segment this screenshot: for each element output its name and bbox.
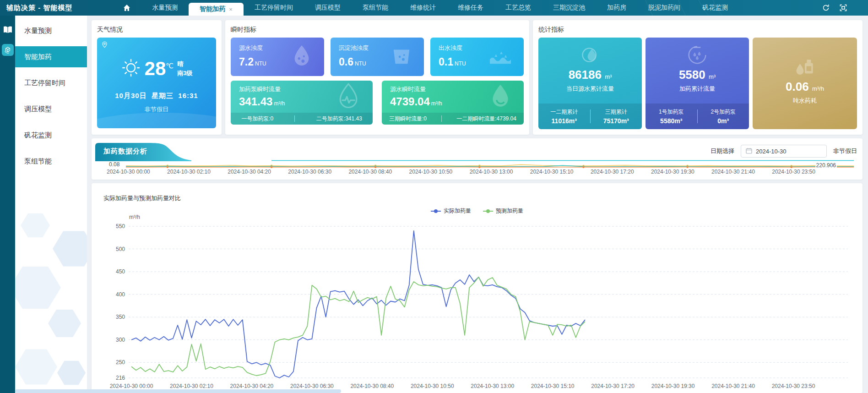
weather-section-title: 天气情况 — [92, 20, 222, 38]
tab-smart-dosing[interactable]: 智能加药 × — [189, 3, 244, 16]
date-value: 2024-10-30 — [756, 148, 787, 155]
fullscreen-icon[interactable] — [840, 4, 847, 11]
outlet-turbidity-card: 出水浊度 0.1NTU — [430, 38, 524, 76]
legend-marker-green — [483, 211, 493, 212]
holiday-status: 非节假日 — [97, 105, 216, 114]
sun-icon — [121, 58, 141, 80]
tab-floc-monitoring[interactable]: 矾花监测 — [691, 0, 739, 16]
hexagon-decoration — [15, 265, 61, 310]
svg-text:450: 450 — [116, 268, 125, 275]
tab-phase3-sedimentation[interactable]: 三期沉淀池 — [542, 0, 596, 16]
stats-section-title: 统计指标 — [533, 20, 863, 38]
tab-process-retention[interactable]: 工艺停留时间 — [244, 0, 304, 16]
instant-section-title: 瞬时指标 — [225, 20, 529, 38]
tab-water-forecast[interactable]: 水量预测 — [141, 0, 189, 16]
dosing-pump-flow-card: 加药泵瞬时流量 341.43m³/h 一号加药泵:0 二号加药泵:341.43 — [231, 81, 373, 125]
dosing-total-card: 5580 m³ 加药累计流量 1号加药泵5580m³ 2号加药泵0m³ — [646, 38, 749, 129]
refresh-icon[interactable] — [822, 4, 830, 11]
svg-text:2024-10-30 21:40: 2024-10-30 21:40 — [711, 383, 755, 389]
raw-water-flow-card: 源水瞬时流量 4739.04m³/h 三期瞬时流量:0 一二期瞬时流量:4739… — [382, 81, 524, 125]
date-picker-input[interactable]: 2024-10-30 — [741, 145, 827, 158]
svg-text:2024-10-30 23:50: 2024-10-30 23:50 — [772, 383, 815, 389]
sidebar-item-floc-monitoring[interactable]: 矾花监测 — [15, 125, 87, 146]
svg-text:500: 500 — [116, 246, 125, 252]
legend-marker-blue — [431, 211, 441, 212]
dosing-strip-chart — [126, 160, 854, 168]
dosing-pump-flow-breakdown: 一号加药泵:0 二号加药泵:341.43 — [231, 113, 373, 125]
weather-condition: 晴 — [177, 60, 192, 68]
book-icon[interactable] — [2, 24, 14, 36]
date-select-label: 日期选择 — [711, 147, 734, 155]
pulse-droplet-icon — [336, 83, 361, 111]
tab-pressure-model[interactable]: 调压模型 — [304, 0, 352, 16]
sidebar-item-pump-energy[interactable]: 泵组节能 — [15, 151, 87, 172]
comparison-chart-panel: 实际加药量与预测加药量对比 实际加药量 预测加药量 m³/h5505004504… — [92, 183, 863, 393]
svg-text:550: 550 — [116, 223, 125, 229]
holiday-status-label: 非节假日 — [833, 147, 857, 155]
weather-card: 28℃ 晴 南3级 10月30日 星期三 16:31 非节假日 — [97, 38, 216, 128]
tab-process-overview[interactable]: 工艺总览 — [494, 0, 542, 16]
tab-bar: 水量预测 智能加药 × 工艺停留时间 调压模型 泵组节能 维修统计 维修任务 工… — [141, 0, 739, 16]
hexagon-decoration — [48, 309, 81, 338]
horizontal-scrollbar[interactable] — [15, 389, 341, 393]
weather-wind: 南3级 — [177, 69, 192, 77]
svg-text:216: 216 — [116, 375, 125, 381]
svg-text:2024-10-30 04:20: 2024-10-30 04:20 — [230, 383, 274, 389]
beaker-icon — [391, 45, 412, 68]
svg-text:350: 350 — [116, 314, 125, 320]
strip-x-axis-labels: 2024-10-30 00:002024-10-30 02:10 2024-10… — [107, 169, 815, 175]
drops-circle-icon — [646, 45, 749, 67]
dosing-total-breakdown: 1号加药泵5580m³ 2号加药泵0m³ — [646, 104, 749, 129]
icon-rail — [0, 16, 15, 393]
svg-text:400: 400 — [116, 291, 125, 298]
instant-indicators-panel: 瞬时指标 源水浊度 7.2NTU 沉淀池浊度 0.6NTU — [225, 20, 529, 135]
strip-max-label: 220.906 — [815, 162, 837, 169]
comparison-line-chart: m³/h5505004504003503002502162024-10-30 0… — [92, 213, 863, 393]
sidebar-item-smart-dosing[interactable]: 智能加药 — [15, 46, 87, 67]
droplet-icon — [489, 84, 512, 110]
hexagon-decoration — [21, 213, 50, 238]
hexagon-decoration — [15, 348, 57, 386]
raw-water-flow-breakdown: 三期瞬时流量:0 一二期瞬时流量:4739.04 — [382, 113, 524, 125]
raw-water-turbidity-card: 源水浊度 7.2NTU — [231, 38, 324, 76]
comparison-chart-title: 实际加药量与预测加药量对比 — [103, 194, 181, 202]
tab-repair-stats[interactable]: 维修统计 — [399, 0, 447, 16]
dosing-analysis-banner: 加药数据分析 — [95, 143, 191, 161]
location-pin-icon — [102, 41, 108, 50]
svg-text:m³/h: m³/h — [129, 214, 140, 220]
svg-text:300: 300 — [116, 337, 125, 343]
sidebar-item-water-forecast[interactable]: 水量预测 — [15, 20, 87, 41]
svg-text:2024-10-30 06:30: 2024-10-30 06:30 — [290, 383, 334, 389]
app-title: 辅助决策 - 智能模型 — [0, 4, 79, 12]
svg-text:2024-10-30 19:30: 2024-10-30 19:30 — [651, 383, 695, 389]
svg-text:2024-10-30 13:00: 2024-10-30 13:00 — [471, 383, 514, 389]
main-content: 天气情况 28℃ 晴 — [87, 16, 868, 393]
home-button[interactable] — [119, 4, 135, 11]
svg-text:2024-10-30 15:10: 2024-10-30 15:10 — [531, 383, 575, 389]
sidebar-item-pressure-model[interactable]: 调压模型 — [15, 98, 87, 120]
svg-text:2024-10-30 08:40: 2024-10-30 08:40 — [350, 383, 394, 389]
strip-min-label: 0.08 — [109, 161, 119, 168]
raw-water-total-breakdown: 一二期累计11016m³ 三期累计75170m³ — [538, 104, 642, 129]
tab-pump-energy[interactable]: 泵组节能 — [352, 0, 399, 16]
sidebar: 水量预测 智能加药 工艺停留时间 调压模型 矾花监测 泵组节能 — [15, 16, 87, 393]
droplet-icon — [291, 44, 312, 69]
home-icon — [123, 4, 130, 11]
chemical-bottle-icon — [753, 59, 857, 79]
weather-panel: 天气情况 28℃ 晴 — [92, 20, 222, 135]
tab-sludge-dosing-room[interactable]: 脱泥加药间 — [637, 0, 691, 16]
svg-text:250: 250 — [116, 359, 125, 366]
top-navigation-bar: 辅助决策 - 智能模型 水量预测 智能加药 × 工艺停留时间 调压模型 泵组节能… — [0, 0, 868, 16]
statistics-panel: 统计指标 86186 m³ 当日源水累计流量 一二期累计11016m³ 三期累计… — [533, 20, 863, 135]
chemical-consumption-card: 0.06 m³/h 吨水药耗 — [753, 38, 857, 129]
tab-close-icon[interactable]: × — [229, 6, 233, 13]
svg-text:2024-10-30 02:10: 2024-10-30 02:10 — [170, 383, 213, 389]
svg-text:2024-10-30 17:20: 2024-10-30 17:20 — [591, 383, 635, 389]
hexagon-decoration — [53, 230, 87, 267]
tab-repair-tasks[interactable]: 维修任务 — [447, 0, 494, 16]
model-cube-icon[interactable] — [2, 44, 14, 56]
tab-dosing-room[interactable]: 加药房 — [596, 0, 637, 16]
temperature-value: 28℃ — [145, 59, 174, 78]
dosing-analysis-panel: 加药数据分析 日期选择 2024-10-30 非节假日 0.08 220.906… — [92, 138, 863, 180]
sidebar-item-process-retention[interactable]: 工艺停留时间 — [15, 72, 87, 93]
